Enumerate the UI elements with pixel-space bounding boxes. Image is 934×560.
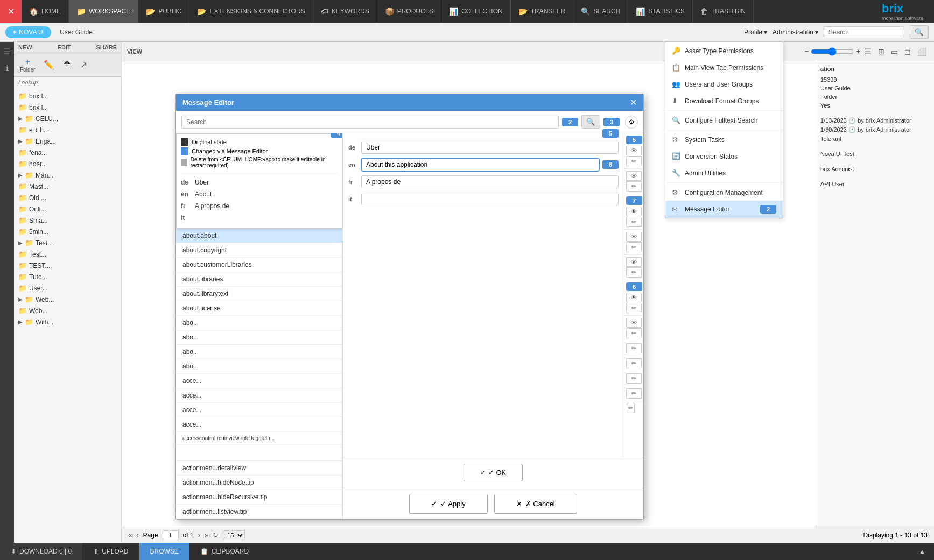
dialog-search-input[interactable] [181,116,559,129]
dropdown-system-tasks[interactable]: ⚙ System Tasks [665,131,783,148]
eye-button-4[interactable]: 👁 [626,232,642,242]
list-item[interactable]: 📁 Web... [14,305,121,316]
edit-button-11[interactable]: ✏ [626,388,642,399]
tab-collection[interactable]: 📊 COLLECTION [441,0,511,23]
zoom-range[interactable] [811,47,854,56]
list-item[interactable]: abo... [176,330,342,345]
tab-transfer[interactable]: 📂 TRANSFER [511,0,574,23]
edit-button-9[interactable]: ✏ [626,358,642,368]
eye-button-6[interactable]: 👁 [626,293,642,302]
dropdown-admin-utilities[interactable]: 🔧 Admin Utilities [665,165,783,181]
list-item[interactable]: 📁 Old ... [14,192,121,203]
list-item[interactable]: about.librarytext [176,287,342,301]
dropdown-config-mgmt[interactable]: ⚙ Configuration Management [665,184,783,201]
dropdown-message-editor[interactable]: ✉ Message Editor 2 [665,201,783,218]
collapse-button[interactable]: ▲ [919,548,934,555]
eye-button-3[interactable]: 👁 [626,207,642,216]
list-item[interactable]: 📁 User... [14,282,121,294]
list-item[interactable]: ▶ 📁 Test... [14,237,121,249]
list-item[interactable]: 📁 TEST... [14,260,121,271]
list-item[interactable]: 📁 e + h... [14,124,121,136]
download-button[interactable]: ⬇ DOWNLOAD 0 | 0 [0,543,82,560]
tab-workspace[interactable]: 📁 WORKSPACE [69,0,138,23]
list-item[interactable]: acce... [176,417,342,432]
profile-button[interactable]: Profile ▾ [744,29,767,36]
list-item[interactable]: 📁 Onli... [14,203,121,215]
first-page-button[interactable]: « [128,531,132,539]
dropdown-fulltext[interactable]: 🔍 Configure Fulltext Search [665,112,783,129]
list-item[interactable]: acce... [176,388,342,403]
edit-button-6[interactable]: ✏ [626,303,642,313]
prev-page-button[interactable]: ‹ [136,531,138,539]
dialog-close-button[interactable]: ✕ [630,97,637,108]
per-page-select[interactable]: 15 25 50 [223,530,245,540]
list-item[interactable]: ▶ 📁 Web... [14,294,121,305]
list-item[interactable]: actionmenu.listview.tip [176,505,342,519]
cancel-button[interactable]: ✕ ✗ Cancel [494,494,577,514]
list-item[interactable]: actionmenu.hideRecursive.tip [176,490,342,505]
share-button[interactable]: ↗ [79,58,89,72]
list-item[interactable]: ▶ 📁 CELU... [14,113,121,124]
browse-button[interactable]: BROWSE [139,543,189,560]
translation-input-en[interactable] [361,158,599,171]
eye-button-7[interactable]: 👁 [626,318,642,328]
sidebar-info-icon[interactable]: ℹ [6,64,9,73]
close-button[interactable]: ✕ [0,0,22,23]
translation-input-it[interactable] [361,193,619,205]
list-item[interactable]: actionmenu.detailview [176,461,342,476]
list-item[interactable]: 📁 fena... [14,147,121,158]
tab-trash[interactable]: 🗑 TRASH BIN [693,0,754,23]
edit-button-7[interactable]: ✏ [626,328,642,338]
list-item[interactable] [176,445,342,461]
last-page-button[interactable]: » [205,531,208,539]
expand-button[interactable]: ◻ [902,46,913,57]
list-item[interactable]: abo... [176,345,342,359]
edit-button[interactable]: ✏️ [42,58,56,72]
list-item[interactable]: actionmenu.hideNode.tip [176,476,342,490]
dialog-search-button[interactable]: 🔍 [581,115,600,129]
list-item[interactable]: 📁 hoer... [14,158,121,169]
ok-button[interactable]: ✓ ✓ OK [464,464,523,481]
tab-home[interactable]: 🏠 HOME [22,0,69,23]
list-item[interactable]: 📁 Test... [14,249,121,260]
tab-search[interactable]: 🔍 SEARCH [573,0,628,23]
list-item[interactable]: abo... [176,359,342,374]
edit-button-12[interactable]: ✏ [627,403,635,413]
tab-products[interactable]: 📦 PRODUCTS [377,0,441,23]
list-item[interactable]: ▶ 📁 Enga... [14,136,121,147]
apply-button[interactable]: ✓ ✓ Apply [409,494,487,514]
list-item[interactable]: 📁 brix l... [14,102,121,113]
nova-ui-button[interactable]: ✦ NOVA UI [5,26,51,38]
administration-button[interactable]: Administration ▾ [773,29,818,36]
translation-input-de[interactable] [361,141,619,154]
list-item[interactable]: about.libraries [176,272,342,287]
list-item[interactable]: accesscontrol.mainview.role.toggleIn... [176,432,342,445]
next-page-button[interactable]: › [198,531,200,539]
page-input[interactable] [163,530,179,540]
upload-button[interactable]: ⬆ UPLOAD [82,543,139,560]
list-view-button[interactable]: ☰ [862,46,874,57]
list-item[interactable]: acce... [176,374,342,388]
list-item[interactable]: 📁 Tuto... [14,271,121,282]
delete-button[interactable]: 🗑 [61,59,73,72]
new-folder-button[interactable]: + Folder [18,55,37,74]
dropdown-conversion-status[interactable]: 🔄 Conversion Status [665,148,783,165]
top-search-input[interactable] [824,26,904,38]
translation-input-fr[interactable] [361,175,619,188]
settings-button[interactable]: ⚙ [625,116,638,129]
edit-button-1[interactable]: ✏ [626,156,642,166]
list-item[interactable]: ▶ 📁 Wilh... [14,316,121,328]
eye-button-2[interactable]: 👁 [626,171,642,181]
tab-statistics[interactable]: 📊 STATISTICS [628,0,693,23]
list-item[interactable]: about.license [176,301,342,316]
tab-keywords[interactable]: 🏷 KEYWORDS [313,0,377,23]
edit-button-3[interactable]: ✏ [626,217,642,227]
list-item[interactable]: 📁 Mast... [14,181,121,192]
list-item[interactable]: ▶ 📁 Man... [14,169,121,181]
tab-public[interactable]: 📂 PUBLIC [138,0,189,23]
top-search-button[interactable]: 🔍 [910,25,929,39]
edit-button-2[interactable]: ✏ [626,181,642,192]
refresh-button[interactable]: ↻ [213,531,219,539]
dropdown-asset-type[interactable]: 🔑 Asset Type Permissions [665,42,783,59]
dropdown-main-view-tab[interactable]: 📋 Main View Tab Permissions [665,59,783,76]
